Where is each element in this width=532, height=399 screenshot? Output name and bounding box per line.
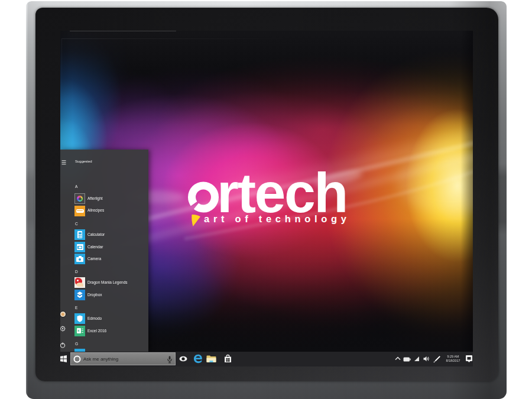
svg-text:art of technology: art of technology [204, 213, 351, 224]
